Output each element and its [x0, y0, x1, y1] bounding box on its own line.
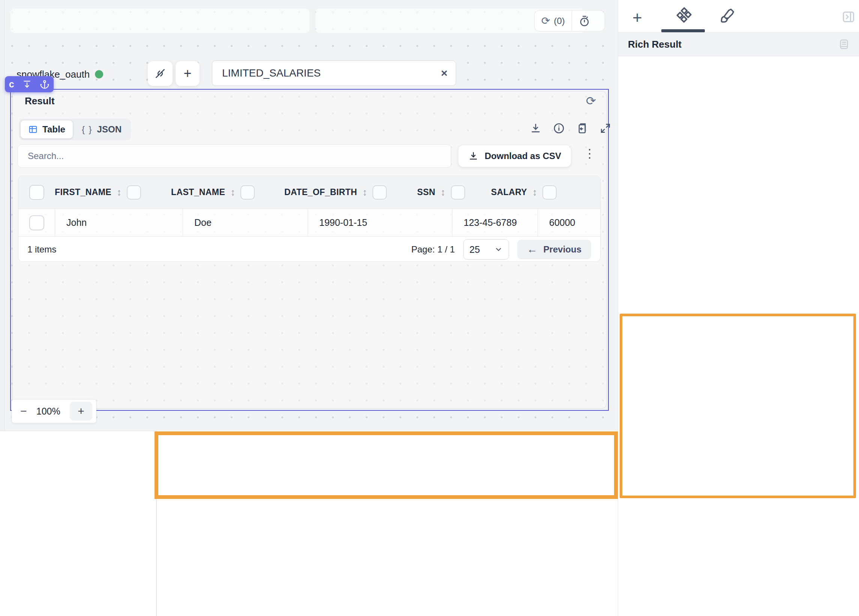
result-table: FIRST_NAME ↕ LAST_NAME ↕ DATE_OF_BIRTH ↕… — [18, 175, 601, 262]
canvas-left-rail — [0, 0, 5, 431]
braces-icon: { } — [82, 124, 93, 135]
tab-table[interactable]: Table — [20, 120, 73, 138]
unlink-button[interactable] — [148, 61, 173, 86]
zoom-bar: − 100% + — [12, 399, 97, 423]
cell-salary: 60000 — [537, 209, 601, 236]
refresh-all-button[interactable]: ⟳ (0) — [534, 11, 572, 31]
components-tab-diamonds-icon[interactable] — [675, 7, 693, 25]
table-header-row: FIRST_NAME ↕ LAST_NAME ↕ DATE_OF_BIRTH ↕… — [19, 176, 600, 209]
column-toggle[interactable] — [542, 185, 557, 200]
view-tabs: Table { } JSON — [19, 119, 131, 140]
connection-status-dot — [95, 70, 103, 78]
tab-json[interactable]: { } JSON — [74, 120, 129, 138]
select-all-cell[interactable] — [19, 176, 55, 209]
column-toggle[interactable] — [451, 185, 465, 200]
column-toggle[interactable] — [372, 185, 387, 200]
zoom-out-button[interactable]: − — [20, 405, 27, 417]
insert-tab-plus-icon[interactable]: + — [633, 8, 642, 27]
app-builder: ⟳ (0) snowflake_oauth + LIMITED_SALARIE — [0, 0, 859, 616]
sort-icon[interactable]: ↕ — [532, 186, 537, 198]
download-csv-button[interactable]: Download as CSV — [458, 145, 571, 167]
items-count: 1 items — [27, 244, 56, 255]
anchor-icon[interactable] — [40, 80, 50, 89]
copy-results-icon[interactable] — [576, 122, 588, 134]
table-grid-icon — [28, 125, 38, 134]
selection-toolbar[interactable]: c — [5, 76, 54, 92]
arrow-left-icon: ← — [527, 244, 537, 255]
plus-icon: + — [183, 66, 191, 81]
runnables-panel: Runnables Inline Script 0 c Background r… — [0, 431, 156, 616]
active-tab-underline — [661, 29, 705, 32]
zoom-level: 100% — [36, 406, 60, 417]
download-icon[interactable] — [529, 122, 542, 134]
col-header[interactable]: SSN ↕ — [417, 176, 491, 209]
result-title: Result — [25, 95, 55, 107]
info-icon[interactable] — [553, 122, 565, 134]
cell-first-name: John — [55, 209, 183, 236]
component-id-badge: c — [9, 79, 14, 90]
clear-selection-icon[interactable]: × — [441, 67, 448, 80]
result-refresh-icon[interactable]: ⟳ — [586, 94, 596, 108]
tab-json-label: JSON — [97, 124, 122, 135]
row-select-cell[interactable] — [19, 209, 55, 236]
col-label: DATE_OF_BIRTH — [284, 187, 357, 197]
plus-icon: + — [78, 405, 84, 417]
select-all-checkbox[interactable] — [29, 185, 44, 200]
column-toggle[interactable] — [127, 185, 141, 200]
cell-ssn: 123-45-6789 — [452, 209, 537, 236]
kebab-menu-icon[interactable]: ⋮ — [584, 146, 596, 161]
col-label: FIRST_NAME — [55, 187, 111, 197]
inspector-tabbar: + — [618, 0, 859, 33]
download-icon — [468, 151, 479, 161]
styles-tab-brush-icon[interactable] — [719, 8, 736, 25]
add-query-button[interactable]: + — [176, 61, 200, 86]
page-indicator: Page: 1 / 1 — [411, 244, 455, 255]
table-select-value: LIMITED_SALARIES — [222, 67, 321, 79]
col-header[interactable]: LAST_NAME ↕ — [171, 176, 284, 209]
col-label: SSN — [417, 187, 436, 197]
download-csv-label: Download as CSV — [485, 151, 561, 161]
table-footer: 1 items Page: 1 / 1 25 ← Previous — [19, 236, 600, 262]
sort-icon[interactable]: ↕ — [362, 186, 367, 198]
col-label: SALARY — [491, 187, 527, 197]
inspector-title: Rich Result — [628, 39, 682, 50]
stopwatch-icon — [579, 16, 590, 27]
fullscreen-icon[interactable] — [600, 122, 611, 134]
col-header[interactable]: DATE_OF_BIRTH ↕ — [284, 176, 417, 209]
doc-icon[interactable] — [838, 38, 850, 51]
sort-icon[interactable]: ↕ — [441, 186, 446, 198]
col-label: LAST_NAME — [171, 187, 225, 197]
column-toggle[interactable] — [241, 185, 255, 200]
table-row[interactable]: John Doe 1990-01-15 123-45-6789 60000 — [19, 209, 600, 236]
previous-page-button[interactable]: ← Previous — [517, 240, 591, 259]
unlink-icon — [154, 67, 166, 80]
zoom-in-button[interactable]: + — [70, 402, 92, 421]
move-down-icon[interactable] — [22, 80, 32, 89]
inspector-header: Rich Result — [618, 33, 859, 56]
col-header[interactable]: FIRST_NAME ↕ — [55, 176, 171, 209]
previous-label: Previous — [544, 244, 581, 255]
row-checkbox[interactable] — [29, 215, 44, 230]
result-toolbar-icons — [529, 122, 611, 134]
page-size-select[interactable]: 25 — [463, 239, 509, 260]
refresh-icon: ⟳ — [541, 15, 550, 27]
sort-icon[interactable]: ↕ — [230, 186, 235, 198]
table-select[interactable]: LIMITED_SALARIES × — [212, 60, 456, 86]
cell-date-of-birth: 1990-01-15 — [308, 209, 452, 236]
col-header[interactable]: SALARY ↕ — [491, 176, 601, 209]
history-button[interactable] — [572, 11, 597, 31]
code-editor-panel: Format ⌘S Run ⌘↵ 1 2 -- ? table_name (va… — [156, 431, 618, 616]
chevron-down-icon — [494, 245, 503, 253]
placeholder-widget-1[interactable] — [11, 9, 309, 33]
refresh-count: (0) — [554, 16, 565, 26]
collapse-panel-icon[interactable] — [841, 10, 856, 24]
cell-last-name: Doe — [183, 209, 308, 236]
inspector-panel: + Rich Result Data source c — [618, 0, 859, 616]
canvas-refresh-group: ⟳ (0) — [534, 10, 605, 31]
sort-icon[interactable]: ↕ — [117, 186, 122, 198]
tab-table-label: Table — [42, 124, 65, 135]
page-size-value: 25 — [470, 244, 480, 255]
search-input[interactable] — [18, 144, 451, 168]
